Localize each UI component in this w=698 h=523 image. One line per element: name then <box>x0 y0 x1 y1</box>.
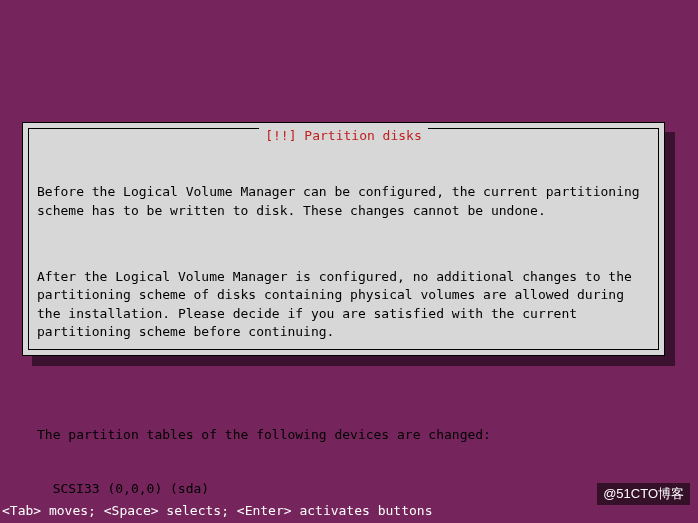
devices-heading: The partition tables of the following de… <box>37 426 650 444</box>
watermark: @51CTO博客 <box>597 483 690 505</box>
partition-dialog: [!!] Partition disks Before the Logical … <box>22 122 665 356</box>
paragraph-2: After the Logical Volume Manager is conf… <box>37 268 650 341</box>
dialog-body: Before the Logical Volume Manager can be… <box>37 147 650 523</box>
dialog-title-wrap: [!!] Partition disks <box>29 127 658 145</box>
device-item: SCSI33 (0,0,0) (sda) <box>37 480 650 498</box>
help-bar: <Tab> moves; <Space> selects; <Enter> ac… <box>2 502 432 520</box>
paragraph-1: Before the Logical Volume Manager can be… <box>37 183 650 219</box>
dialog-inner: [!!] Partition disks Before the Logical … <box>28 128 659 350</box>
dialog-title: [!!] Partition disks <box>259 127 428 145</box>
